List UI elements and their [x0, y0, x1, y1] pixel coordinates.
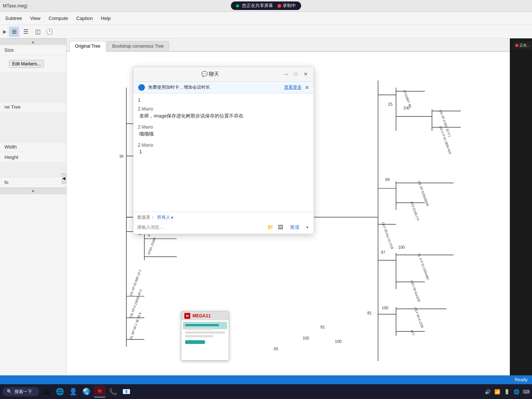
svg-text:100: 100	[303, 336, 309, 340]
taskbar-search[interactable]: 🔍 搜索一下	[2, 387, 39, 396]
menu-help[interactable]: Help	[97, 14, 115, 23]
menu-view[interactable]: View	[27, 14, 44, 23]
msg-text-1: 老师，image保存进化树那步说保存的位置不存在	[138, 113, 309, 119]
width-section: Width	[0, 142, 66, 152]
svg-text:99: 99	[385, 177, 390, 182]
taskbar-system-icon-2[interactable]: 📶	[494, 388, 501, 395]
rec-label: 录制中	[283, 3, 296, 9]
mega-ok-btn	[185, 340, 205, 344]
mega-line-2	[185, 328, 213, 330]
search-icon: 🔍	[7, 389, 12, 394]
svg-text:97: 97	[381, 250, 385, 255]
svg-text:AT7: AT7	[410, 330, 415, 336]
chat-image-btn[interactable]: 🖼	[276, 223, 285, 232]
svg-text:AT5G 15380: AT5G 15380	[147, 237, 157, 255]
chat-close-btn[interactable]: ✕	[302, 71, 309, 78]
chat-window-controls: ─ □ ✕	[283, 71, 309, 78]
recording-badge[interactable]: 正在...	[513, 41, 532, 50]
menu-caption[interactable]: Caption	[72, 14, 96, 23]
tree-canvas[interactable]: CEY_ SL NP 001 36 36 81 SL XP 02 5888631…	[66, 52, 510, 375]
taskbar-icon-user[interactable]: 👤	[67, 386, 79, 398]
chat-input-icons: 📁 🖼	[266, 223, 285, 232]
taskbar-icon-files[interactable]: 🗂	[41, 386, 52, 398]
dropdown-arrow-icon: ▾	[171, 215, 173, 220]
toolbar-btn-time[interactable]: 🕐	[44, 27, 55, 37]
mega-preview-lines	[183, 322, 227, 348]
toolbar-expand-arrow[interactable]: ▶	[2, 27, 7, 37]
tab-original-tree[interactable]: Original Tree	[69, 41, 106, 52]
status-bar: Ready	[0, 375, 532, 384]
chat-title: 💬 聊天	[138, 71, 283, 78]
tree-area: Original Tree Bootstrap consensus Tree C…	[66, 38, 510, 375]
scroll-down-btn[interactable]: ▼	[0, 188, 66, 194]
chat-msg-group-2: Z-Mario 老师，image保存进化树那步说保存的位置不存在	[138, 106, 309, 119]
svg-text:AT1G807 40: AT1G807 40	[403, 89, 412, 108]
size-controls-area	[0, 72, 66, 102]
window-title: MTase.meg)	[3, 3, 27, 8]
svg-text:100: 100	[398, 245, 405, 249]
main-layout: ▲ Size Edit Markers... ne Tree Width Hei…	[0, 38, 532, 375]
info-label: fo	[4, 180, 62, 185]
chat-message-input[interactable]	[137, 223, 263, 231]
panel-collapse-arrow[interactable]: ◀	[61, 173, 66, 184]
chat-footer: 发送至： 所有人 ▾ 📁 🖼 发送 ▾	[133, 212, 314, 234]
recording-dot	[515, 44, 518, 47]
taskbar-icon-globe[interactable]: 🌏	[81, 386, 92, 398]
left-panel: ▲ Size Edit Markers... ne Tree Width Hei…	[0, 38, 66, 375]
svg-text:SL X P 01 0324482: SL X P 01 0324482	[417, 253, 430, 280]
mega-preview-header: M MEGA11	[181, 311, 229, 320]
taskbar-search-label: 搜索一下	[14, 389, 32, 395]
promo-close-btn[interactable]: ✕	[305, 85, 309, 91]
svg-text:25: 25	[388, 102, 393, 106]
chat-file-btn[interactable]: 📁	[266, 223, 274, 232]
msg-sender-2: Z-Mario	[138, 125, 309, 130]
taskbar-icon-zoom[interactable]: 📞	[107, 386, 119, 398]
chat-send-btn[interactable]: 发送	[287, 223, 303, 231]
mega11-preview[interactable]: M MEGA11	[181, 311, 229, 361]
taskbar-icon-browser[interactable]: 🌐	[54, 386, 66, 398]
right-outer-panel: 正在...	[510, 38, 532, 375]
menu-subtree[interactable]: Subtree	[1, 14, 26, 23]
chat-maximize-btn[interactable]: □	[292, 71, 300, 78]
edit-markers-button[interactable]: Edit Markers...	[9, 60, 44, 68]
svg-text:81: 81	[321, 325, 325, 329]
svg-text:100: 100	[382, 306, 388, 310]
taskbar-system-icon-1[interactable]: 🔊	[484, 388, 491, 395]
menu-compute[interactable]: Compute	[45, 14, 72, 23]
chat-send-dropdown-btn[interactable]: ▾	[305, 224, 310, 231]
height-section: Height	[0, 152, 66, 163]
svg-text:AT4 G190 2 0: AT4 G190 2 0	[410, 201, 420, 221]
svg-text:CEY 00 Acc 01 D18: CEY 00 Acc 01 D18	[381, 222, 394, 250]
rec-badge: 录制中	[277, 3, 296, 9]
toolbar-btn-grid[interactable]: ⊞	[9, 27, 19, 37]
share-dot	[236, 4, 239, 7]
promo-icon: 🔵	[138, 84, 145, 91]
toolbar-btn-list[interactable]: ☰	[21, 27, 31, 37]
promo-link[interactable]: 查看更多	[284, 84, 302, 91]
height-controls-area	[0, 163, 66, 177]
chat-popup: 💬 聊天 ─ □ ✕ 🔵 免费使用加时卡，增加会议时长 查看更多 ✕ 1	[133, 66, 314, 234]
scroll-up-btn[interactable]: ▲	[0, 38, 66, 45]
toolbar-btn-layout[interactable]: ◫	[33, 27, 43, 37]
chat-input-row: 📁 🖼 发送 ▾	[137, 223, 310, 232]
height-label: Height	[4, 154, 62, 160]
chat-minimize-btn[interactable]: ─	[283, 71, 290, 78]
send-to-label: 发送至：	[137, 214, 155, 221]
msg-sender-1: Z-Mario	[138, 106, 309, 112]
send-to-dropdown[interactable]: 所有人 ▾	[157, 214, 173, 221]
taskbar-system-icon-4[interactable]: 🌐	[513, 388, 520, 395]
promo-text: 免费使用加时卡，增加会议时长	[148, 84, 281, 91]
msg-text-3: 1	[138, 149, 309, 154]
taskbar-system-icon-3[interactable]: 🔋	[503, 388, 511, 395]
taskbar-icon-mega[interactable]: M	[94, 386, 106, 398]
chat-send-to: 发送至： 所有人 ▾	[137, 214, 310, 221]
taskbar-keyboard-icon[interactable]: ⌨	[522, 388, 530, 395]
taskbar: 🔍 搜索一下 🗂 🌐 👤 🌏 M 📞 📧 🔊 📶 🔋 🌐 ⌨	[0, 384, 532, 399]
ne-tree-section: ne Tree	[0, 102, 66, 112]
mega-preview-title: MEGA11	[192, 313, 211, 318]
svg-text:CEY 00 A c228: CEY 00 A c228	[413, 307, 424, 328]
tab-bootstrap-tree[interactable]: Bootstrap consensus Tree	[107, 41, 169, 51]
svg-text:CEY 00 Acc229: CEY 00 Acc229	[410, 280, 421, 302]
chat-promo-bar: 🔵 免费使用加时卡，增加会议时长 查看更多 ✕	[133, 82, 314, 93]
taskbar-icon-mail[interactable]: 📧	[120, 386, 132, 398]
